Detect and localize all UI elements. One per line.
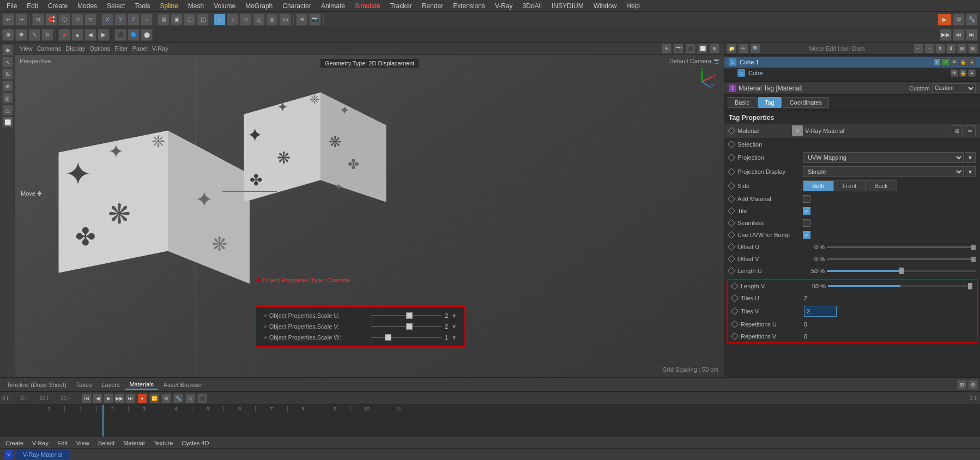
toolbar-z[interactable]: Z (128, 14, 140, 26)
menu-volume[interactable]: Volume (209, 1, 240, 11)
toolbar-x[interactable]: X (101, 14, 113, 26)
material-clear-btn[interactable]: ✏ (965, 125, 976, 136)
seamless-checkbox[interactable] (803, 219, 810, 227)
viewport-tool-4[interactable]: ⬜ (698, 44, 707, 53)
toolbar-b7[interactable]: ⬚ (184, 14, 196, 26)
timeline-skip-start[interactable]: ⏮ (82, 394, 92, 403)
menu-modes[interactable]: Modes (73, 1, 101, 11)
left-rot[interactable]: ↻ (2, 69, 13, 80)
toolbar-r3[interactable]: 🔧 (966, 14, 978, 26)
tab-asset-browser[interactable]: Asset Browser (159, 380, 207, 389)
left-scale[interactable]: ⤡ (2, 57, 13, 68)
timeline-b3[interactable]: ♫ (185, 394, 195, 403)
toolbar-cam[interactable]: 📷 (309, 14, 321, 26)
toolbar-r2[interactable]: ⚙ (953, 14, 965, 26)
menu-help[interactable]: Help (622, 1, 644, 11)
toolbar-plane[interactable]: ▭ (279, 14, 291, 26)
menu-character[interactable]: Character (278, 1, 316, 11)
menu-render[interactable]: Render (418, 1, 447, 11)
scene-tool-3[interactable]: 🔍 (751, 44, 760, 53)
side-both-btn[interactable]: Both (803, 180, 834, 191)
tag-properties-scroll[interactable]: Tag Properties Material M V-Ray Material… (724, 111, 980, 377)
tab-materials[interactable]: Materials (125, 380, 158, 390)
menu-tools[interactable]: Tools (130, 1, 154, 11)
bottom-menu-cycles[interactable]: Cycles 4D (178, 440, 212, 446)
menu-animate[interactable]: Animate (317, 1, 349, 11)
toolbar-undo[interactable]: ↩ (2, 14, 14, 26)
toolbar-sphere[interactable]: ○ (227, 14, 239, 26)
viewport-menu-panel[interactable]: Panel (132, 45, 148, 52)
scene-r4[interactable]: ⬇ (946, 44, 956, 53)
projection-select[interactable]: UVW Mapping (803, 152, 964, 163)
timeline-prev[interactable]: ◀ (93, 394, 102, 403)
tab-layers[interactable]: Layers (97, 380, 124, 389)
toolbar-live[interactable]: ⊙ (32, 14, 44, 26)
viewport-menu-filter[interactable]: Filter (114, 45, 128, 52)
timeline-b1[interactable]: ⚙ (161, 394, 171, 403)
viewport-menu-display[interactable]: Display (65, 45, 85, 52)
menu-vray[interactable]: V-Ray (491, 1, 517, 11)
scene-r6[interactable]: ⊞ (968, 44, 978, 53)
tiles-v-input[interactable]: 2 (804, 306, 837, 317)
timeline-tool-2[interactable]: ⚙ (968, 380, 978, 390)
menu-window[interactable]: Window (589, 1, 621, 11)
bottom-menu-create[interactable]: Create (2, 440, 27, 446)
toolbar-b5[interactable]: ▤ (158, 14, 170, 26)
length-u-slider[interactable] (827, 270, 976, 272)
toolbar2-b9[interactable]: ⬤ (141, 29, 153, 41)
scene-tool-2[interactable]: ✏ (739, 44, 748, 53)
menu-3doall[interactable]: 3DoAll (518, 1, 546, 11)
custom-select[interactable]: Custom (932, 83, 976, 93)
cube1-vis[interactable]: 👁 (951, 58, 958, 66)
toolbar-b6[interactable]: ▣ (171, 14, 183, 26)
menu-file[interactable]: File (2, 1, 21, 11)
toolbar2-b7[interactable]: ⬛ (114, 29, 126, 41)
viewport-tool-2[interactable]: 📷 (674, 44, 683, 53)
scene-tool-1[interactable]: 📁 (727, 44, 736, 53)
viewport-menu-camera[interactable]: Cameras (37, 45, 62, 52)
proj-display-dropdown-btn[interactable]: ▼ (965, 166, 976, 177)
side-front-btn[interactable]: Front (834, 180, 866, 191)
length-v-slider[interactable] (828, 285, 972, 287)
bottom-menu-material[interactable]: Material (120, 440, 148, 446)
toolbar-cone[interactable]: △ (253, 14, 265, 26)
toolbar-b3[interactable]: ⌥ (84, 14, 96, 26)
viewport-menu-options[interactable]: Options (89, 45, 110, 52)
offset-u-slider[interactable] (827, 246, 976, 248)
menu-mesh[interactable]: Mesh (184, 1, 208, 11)
tab-takes[interactable]: Takes (72, 380, 96, 389)
tab-coordinates[interactable]: Coordinates (783, 97, 829, 108)
toolbar2-b4[interactable]: ▲ (71, 29, 83, 41)
timeline-b4[interactable]: ⬛ (197, 394, 207, 403)
toolbar-b8[interactable]: ◫ (197, 14, 209, 26)
toolbar2-r2[interactable]: ⏮ (953, 29, 965, 41)
scene-r3[interactable]: ⬆ (935, 44, 945, 53)
cube-lock[interactable]: 🔒 (959, 69, 967, 77)
cube1-render[interactable]: ● (968, 58, 976, 66)
viewport-canvas[interactable]: Perspective Default Camera 📷 Move ✥ Y X (15, 55, 724, 377)
scene-item-cube1[interactable]: □ Cube.1 T ✓ 👁 🔒 ● (724, 57, 980, 68)
timeline-loop[interactable]: 🔁 (149, 394, 159, 403)
toolbar-redo[interactable]: ↪ (15, 14, 27, 26)
vray-material-label[interactable]: V-Ray Material (16, 450, 69, 459)
toolbar-cylinder[interactable]: ⬭ (240, 14, 252, 26)
bottom-menu-select[interactable]: Select (95, 440, 118, 446)
uvw-checkbox[interactable]: ✓ (803, 231, 810, 239)
menu-create[interactable]: Create (44, 1, 72, 11)
toolbar2-b6[interactable]: ▶ (98, 29, 110, 41)
toolbar2-scale[interactable]: ⤡ (28, 29, 40, 41)
toolbar2-b1[interactable]: ⊕ (2, 29, 14, 41)
toolbar2-r3[interactable]: ⏭ (966, 29, 978, 41)
bottom-menu-edit[interactable]: Edit (54, 440, 71, 446)
scene-r1[interactable]: ← (914, 44, 923, 53)
timeline-play-rev[interactable]: ▶▶ (114, 394, 124, 403)
toolbar-b1[interactable]: ⬡ (58, 14, 70, 26)
scene-r5[interactable]: ⊠ (957, 44, 967, 53)
menu-edit[interactable]: Edit (22, 1, 43, 11)
left-move[interactable]: ✥ (2, 45, 13, 56)
toolbar-snap[interactable]: 🧲 (45, 14, 57, 26)
menu-insydium[interactable]: INSYDIUM (547, 1, 588, 11)
menu-select[interactable]: Select (102, 1, 129, 11)
proj-display-select[interactable]: Simple (803, 166, 964, 177)
menu-extensions[interactable]: Extensions (449, 1, 489, 11)
